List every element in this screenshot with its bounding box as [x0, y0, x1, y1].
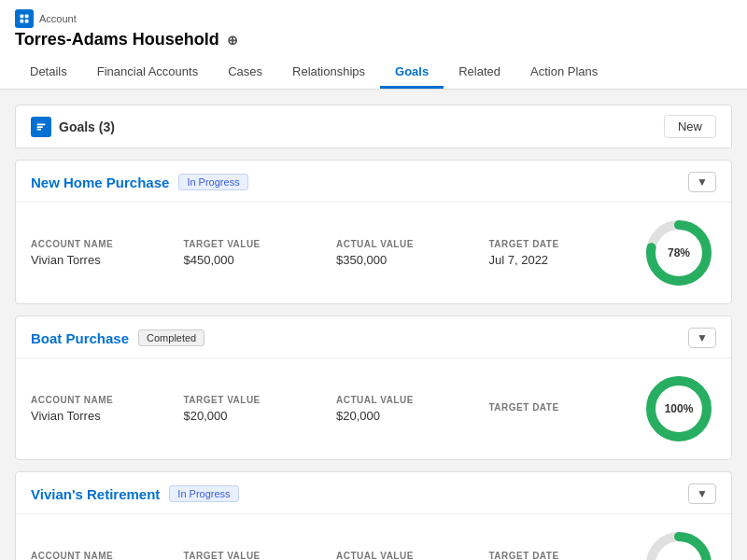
goal-name-2[interactable]: Vivian's Retirement	[31, 486, 160, 502]
goal-donut-2: 40%	[641, 527, 716, 560]
goal-target-date-field-0: TARGET DATE Jul 7, 2022	[489, 239, 642, 267]
tab-cases[interactable]: Cases	[213, 57, 277, 89]
goal-title-row-0: New Home Purchase In Progress ▼	[16, 161, 731, 203]
goal-title-row-2: Vivian's Retirement In Progress ▼	[16, 472, 731, 514]
goal-actual-value-label-2: ACTUAL VALUE	[336, 551, 489, 560]
goal-target-value-1: $20,000	[184, 409, 337, 423]
svg-rect-2	[21, 20, 24, 23]
goals-title: Goals (3)	[31, 117, 115, 137]
goals-icon	[31, 117, 51, 137]
account-label-row: Account	[15, 9, 732, 28]
svg-rect-1	[25, 15, 29, 19]
tab-financial-accounts[interactable]: Financial Accounts	[82, 57, 213, 89]
tab-action-plans[interactable]: Action Plans	[515, 57, 613, 89]
goal-account-field-1: ACCOUNT NAME Vivian Torres	[31, 395, 184, 423]
tab-goals[interactable]: Goals	[380, 57, 444, 89]
goal-target-date-field-1: TARGET DATE	[489, 402, 642, 416]
goal-card-0: New Home Purchase In Progress ▼ ACCOUNT …	[15, 160, 732, 304]
goal-title-row-1: Boat Purchase Completed ▼	[16, 316, 731, 358]
goal-name-1[interactable]: Boat Purchase	[31, 330, 129, 346]
goal-target-date-label-1: TARGET DATE	[489, 402, 642, 413]
goal-dropdown-2[interactable]: ▼	[688, 483, 716, 504]
goal-account-field-0: ACCOUNT NAME Vivian Torres	[31, 239, 184, 267]
goal-dropdown-0[interactable]: ▼	[688, 172, 716, 192]
goal-actual-value-field-2: ACTUAL VALUE $1,000,000	[336, 551, 489, 560]
goal-actual-value-field-1: ACTUAL VALUE $20,000	[336, 395, 489, 423]
goal-actual-value-field-0: ACTUAL VALUE $350,000	[336, 239, 489, 267]
goal-target-date-label-0: TARGET DATE	[489, 239, 642, 249]
goal-donut-0: 78%	[641, 216, 716, 290]
tab-related[interactable]: Related	[444, 57, 515, 89]
goal-details-1: ACCOUNT NAME Vivian Torres TARGET VALUE …	[16, 358, 731, 459]
goal-title-left-0: New Home Purchase In Progress	[31, 174, 248, 190]
goal-pct-label-0: 78%	[668, 246, 690, 259]
account-label-text: Account	[39, 13, 77, 24]
goal-details-0: ACCOUNT NAME Vivian Torres TARGET VALUE …	[16, 203, 731, 303]
goal-actual-value-label-1: ACTUAL VALUE	[336, 395, 489, 405]
goal-target-date-label-2: TARGET DATE	[489, 551, 642, 560]
goals-title-text: Goals (3)	[59, 119, 115, 134]
goal-donut-1: 100%	[641, 371, 716, 446]
svg-rect-0	[21, 15, 24, 19]
nav-tabs: DetailsFinancial AccountsCasesRelationsh…	[15, 57, 732, 89]
account-title-text: Torres-Adams Household	[15, 30, 219, 49]
goals-svg-icon	[35, 120, 48, 133]
account-svg-icon	[19, 13, 30, 24]
goal-title-left-2: Vivian's Retirement In Progress	[31, 485, 239, 502]
goal-target-value-label-0: TARGET VALUE	[184, 239, 337, 249]
goal-target-value-label-2: TARGET VALUE	[184, 551, 337, 560]
goal-pct-label-1: 100%	[665, 402, 694, 415]
account-title: Torres-Adams Household ⊕	[15, 30, 732, 49]
goal-actual-value-1: $20,000	[336, 409, 489, 423]
page-header: Account Torres-Adams Household ⊕ Details…	[0, 0, 747, 90]
goal-name-0[interactable]: New Home Purchase	[31, 175, 169, 190]
network-icon: ⊕	[227, 33, 238, 48]
goal-target-value-label-1: TARGET VALUE	[184, 395, 337, 405]
goals-container: New Home Purchase In Progress ▼ ACCOUNT …	[15, 160, 732, 560]
goal-dropdown-1[interactable]: ▼	[688, 328, 716, 348]
goal-card-2: Vivian's Retirement In Progress ▼ ACCOUN…	[15, 471, 732, 560]
goal-target-value-0: $450,000	[184, 253, 337, 267]
goal-actual-value-label-0: ACTUAL VALUE	[336, 239, 489, 249]
svg-rect-3	[25, 20, 29, 23]
goal-account-label-1: ACCOUNT NAME	[31, 395, 184, 405]
tab-relationships[interactable]: Relationships	[277, 57, 380, 89]
goal-status-badge-0: In Progress	[178, 174, 247, 190]
goal-target-date-field-2: TARGET DATE Jun 8, 2032	[489, 551, 642, 560]
goals-header: Goals (3) New	[15, 105, 732, 148]
tab-details[interactable]: Details	[15, 57, 82, 89]
goal-target-value-field-2: TARGET VALUE $2,500,000	[184, 551, 337, 560]
goal-account-field-2: ACCOUNT NAME Vivian Torres	[31, 551, 184, 560]
goal-status-badge-1: Completed	[138, 329, 204, 346]
goal-account-value-1: Vivian Torres	[31, 409, 184, 423]
goal-card-1: Boat Purchase Completed ▼ ACCOUNT NAME V…	[15, 315, 732, 460]
new-goal-button[interactable]: New	[664, 115, 716, 138]
main-content: Goals (3) New New Home Purchase In Progr…	[0, 90, 747, 560]
goal-account-label-0: ACCOUNT NAME	[31, 239, 184, 249]
goal-target-value-field-1: TARGET VALUE $20,000	[184, 395, 337, 423]
goal-title-left-1: Boat Purchase Completed	[31, 329, 204, 346]
goal-target-date-0: Jul 7, 2022	[489, 253, 642, 267]
goal-target-value-field-0: TARGET VALUE $450,000	[184, 239, 337, 267]
account-icon	[15, 9, 34, 28]
goal-account-value-0: Vivian Torres	[31, 253, 184, 267]
goal-actual-value-0: $350,000	[336, 253, 489, 267]
goal-status-badge-2: In Progress	[169, 485, 238, 502]
goal-account-label-2: ACCOUNT NAME	[31, 551, 184, 560]
goal-details-2: ACCOUNT NAME Vivian Torres TARGET VALUE …	[16, 514, 731, 560]
